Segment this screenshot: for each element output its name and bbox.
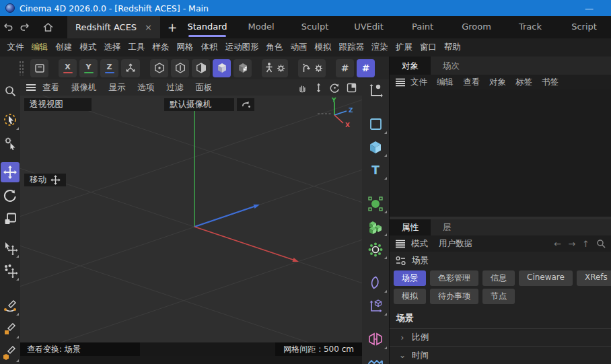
tweak-tool[interactable] bbox=[1, 133, 20, 154]
toolbar-grip[interactable] bbox=[19, 61, 24, 75]
home-icon[interactable] bbox=[38, 16, 58, 38]
vp-menu-view[interactable]: 查看 bbox=[36, 82, 65, 94]
null-axis-button[interactable] bbox=[363, 296, 388, 316]
layout-tab-paint[interactable]: Paint bbox=[396, 16, 450, 38]
move-tool[interactable] bbox=[1, 162, 20, 183]
layout-tab-uvedit[interactable]: UVEdit bbox=[342, 16, 396, 38]
menu-edit[interactable]: 编辑 bbox=[28, 42, 52, 53]
om-menu-file[interactable]: 文件 bbox=[406, 77, 432, 88]
model-mode-button[interactable] bbox=[213, 59, 231, 77]
orbit-icon[interactable] bbox=[330, 83, 340, 93]
am-menu-mode[interactable]: 模式 bbox=[406, 238, 433, 250]
tab-layers[interactable]: 层 bbox=[431, 219, 464, 235]
points-mode-button[interactable] bbox=[150, 59, 168, 77]
layout-tab-sculpt[interactable]: Sculpt bbox=[288, 16, 342, 38]
cube-primitive-button[interactable] bbox=[363, 137, 388, 157]
layout-tab-model[interactable]: Model bbox=[234, 16, 288, 38]
vp-menu-options[interactable]: 选项 bbox=[132, 82, 161, 94]
rotation-order-settings-button[interactable] bbox=[298, 59, 326, 77]
object-list[interactable] bbox=[390, 89, 611, 217]
menu-file[interactable]: 文件 bbox=[3, 42, 28, 53]
viewport-camera-label[interactable]: 默认摄像机 bbox=[164, 98, 234, 111]
spline-primitive-button[interactable] bbox=[363, 114, 388, 134]
layout-tab-standard[interactable]: Standard bbox=[180, 16, 234, 38]
om-menu-tags[interactable]: 标签 bbox=[511, 77, 537, 88]
attr-tab-nodes[interactable]: 节点 bbox=[482, 289, 515, 304]
group-scale[interactable]: › 比例 bbox=[390, 329, 611, 347]
search-icon[interactable] bbox=[596, 239, 606, 248]
lock-z-axis-button[interactable]: Z bbox=[100, 59, 118, 77]
attr-tab-todo[interactable]: 待办事项 bbox=[430, 289, 478, 304]
menu-extensions[interactable]: 扩展 bbox=[392, 42, 417, 53]
subdivision-surface-button[interactable] bbox=[363, 193, 388, 213]
menu-character[interactable]: 角色 bbox=[262, 42, 287, 53]
close-icon[interactable]: × bbox=[145, 22, 152, 32]
selection-move-tool[interactable] bbox=[1, 238, 20, 258]
menu-render[interactable]: 渲染 bbox=[368, 42, 392, 53]
am-menu-userdata[interactable]: 用户数据 bbox=[433, 238, 478, 250]
menu-mode[interactable]: 模式 bbox=[76, 42, 100, 53]
camera-swap-button[interactable] bbox=[237, 98, 254, 111]
undo-icon[interactable] bbox=[0, 16, 16, 38]
polygons-mode-button[interactable] bbox=[192, 59, 210, 77]
om-menu-objects[interactable]: 对象 bbox=[484, 77, 511, 88]
attr-tab-color-management[interactable]: 色彩管理 bbox=[430, 270, 478, 286]
menu-mesh[interactable]: 网格 bbox=[173, 42, 197, 53]
field-button[interactable] bbox=[363, 273, 388, 293]
history-back-icon[interactable]: ← bbox=[554, 239, 561, 249]
snap-settings-button[interactable]: # bbox=[357, 59, 375, 77]
lock-y-axis-button[interactable]: Y bbox=[79, 59, 98, 77]
text-primitive-button[interactable]: T bbox=[363, 160, 388, 180]
polygon-pen-tool[interactable] bbox=[1, 342, 20, 363]
attr-tab-xrefs[interactable]: XRefs bbox=[577, 270, 611, 286]
workplane-grid-button[interactable]: # bbox=[336, 59, 354, 77]
menu-tools[interactable]: 工具 bbox=[124, 42, 149, 53]
viewport-solo-button[interactable] bbox=[30, 59, 48, 77]
viewport-canvas[interactable]: 透视视图 默认摄像机 移动 Y Z X bbox=[20, 96, 362, 342]
layout-tab-script[interactable]: Script bbox=[557, 16, 611, 38]
tab-takes[interactable]: 场次 bbox=[431, 57, 472, 75]
menu-animate[interactable]: 动画 bbox=[287, 42, 311, 53]
minimize-button[interactable]: — bbox=[585, 3, 594, 13]
hamburger-icon[interactable] bbox=[395, 78, 406, 87]
parent-up-icon[interactable]: ↑ bbox=[582, 239, 589, 249]
menu-volume[interactable]: 体积 bbox=[197, 42, 221, 53]
lock-x-axis-button[interactable]: X bbox=[59, 59, 77, 77]
symmetry-button[interactable] bbox=[363, 329, 388, 349]
search-tool[interactable] bbox=[1, 81, 20, 102]
menu-spline[interactable]: 样条 bbox=[149, 42, 173, 53]
layout-tab-track[interactable]: Track bbox=[503, 16, 557, 38]
edges-mode-button[interactable] bbox=[171, 59, 189, 77]
menu-simulate[interactable]: 模拟 bbox=[311, 42, 335, 53]
figure-mode-settings-button[interactable] bbox=[262, 59, 288, 77]
om-menu-bookmarks[interactable]: 书签 bbox=[537, 77, 563, 88]
redo-icon[interactable] bbox=[16, 16, 32, 38]
vp-menu-panel[interactable]: 面板 bbox=[190, 82, 219, 94]
document-tab[interactable]: Redshift ACES × bbox=[67, 16, 160, 38]
scale-tool[interactable] bbox=[1, 209, 20, 229]
menu-window[interactable]: 窗口 bbox=[417, 42, 441, 53]
tab-objects[interactable]: 对象 bbox=[390, 57, 431, 75]
menu-tracker[interactable]: 跟踪器 bbox=[335, 42, 368, 53]
axis-gizmo-button[interactable] bbox=[121, 59, 140, 77]
attr-tab-info[interactable]: 信息 bbox=[482, 270, 515, 286]
vp-menu-filter[interactable]: 过滤 bbox=[161, 82, 190, 94]
dolly-icon[interactable] bbox=[314, 83, 323, 93]
viewport-view-label[interactable]: 透视视图 bbox=[24, 98, 92, 111]
vp-menu-cameras[interactable]: 摄像机 bbox=[65, 82, 103, 94]
history-forward-icon[interactable]: → bbox=[568, 239, 575, 249]
sliders-icon[interactable] bbox=[395, 256, 406, 266]
rotate-tool[interactable] bbox=[1, 185, 20, 206]
volume-builder-button[interactable] bbox=[363, 217, 388, 237]
generator-button[interactable] bbox=[363, 240, 388, 260]
toggle-views-icon[interactable] bbox=[347, 83, 357, 93]
menu-mograph[interactable]: 运动图形 bbox=[221, 42, 262, 53]
sketch-pen-tool[interactable] bbox=[1, 319, 20, 340]
group-time[interactable]: ⌄ 时间 bbox=[390, 347, 611, 364]
menu-select[interactable]: 选择 bbox=[100, 42, 124, 53]
hamburger-icon[interactable] bbox=[395, 240, 406, 248]
menu-create[interactable]: 创建 bbox=[52, 42, 76, 53]
texture-mode-button[interactable] bbox=[233, 59, 252, 77]
attr-tab-cineware[interactable]: Cineware bbox=[519, 270, 573, 286]
attr-tab-simulation[interactable]: 模拟 bbox=[394, 289, 426, 304]
